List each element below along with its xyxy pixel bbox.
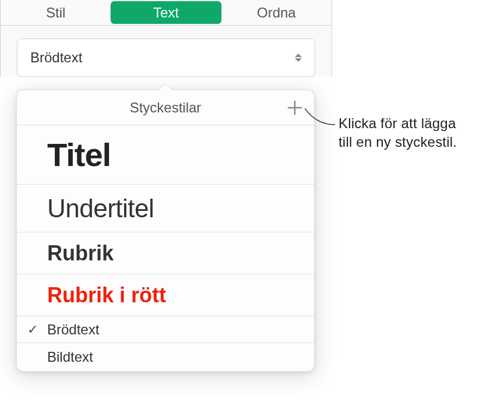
popover-header: Styckestilar — [17, 90, 314, 125]
style-label: Titel — [47, 136, 111, 174]
tab-ordna[interactable]: Ordna — [221, 0, 332, 25]
style-item-brodtext[interactable]: ✓ Brödtext — [17, 316, 314, 343]
style-label: Brödtext — [47, 322, 99, 338]
checkmark-icon: ✓ — [27, 322, 47, 337]
style-item-titel[interactable]: Titel — [17, 125, 314, 185]
callout-line1: Klicka för att lägga — [339, 114, 457, 133]
panel-content: Brödtext — [1, 26, 332, 77]
paragraph-style-dropdown[interactable]: Brödtext — [17, 38, 315, 77]
tab-label: Stil — [46, 5, 65, 21]
callout-line2: till en ny styckestil. — [339, 133, 457, 151]
format-tabs: Stil Text Ordna — [1, 0, 332, 26]
style-item-bildtext[interactable]: Bildtext — [17, 343, 314, 371]
tab-text[interactable]: Text — [111, 1, 221, 24]
callout-text: Klicka för att lägga till en ny styckest… — [339, 114, 457, 152]
tab-stil[interactable]: Stil — [1, 0, 111, 25]
style-item-rubrik-rott[interactable]: Rubrik i rött — [17, 274, 314, 316]
style-list: Titel Undertitel Rubrik Rubrik i rött ✓ … — [17, 125, 314, 371]
style-item-rubrik[interactable]: Rubrik — [17, 232, 314, 274]
format-panel: Stil Text Ordna Brödtext — [0, 0, 332, 77]
popover-title: Styckestilar — [130, 100, 202, 116]
style-label: Rubrik — [47, 241, 114, 266]
tab-label: Ordna — [257, 5, 296, 21]
style-label: Bildtext — [47, 349, 93, 365]
add-style-button[interactable] — [286, 99, 304, 117]
callout-leader-line — [305, 108, 335, 128]
updown-chevron-icon — [295, 54, 302, 62]
tab-label: Text — [153, 5, 179, 21]
dropdown-value: Brödtext — [30, 50, 82, 66]
style-label: Rubrik i rött — [47, 283, 166, 308]
style-label: Undertitel — [47, 194, 154, 223]
style-item-undertitel[interactable]: Undertitel — [17, 185, 314, 232]
paragraph-styles-popover: Styckestilar Titel Undertitel Rubrik Rub… — [16, 90, 315, 372]
plus-icon — [287, 100, 302, 115]
